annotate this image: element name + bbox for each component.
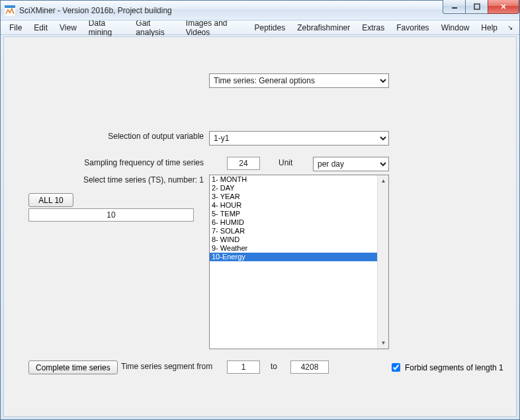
output-variable-label: Selection of output variable	[108, 132, 204, 141]
menu-overflow-icon[interactable]: ↘	[503, 22, 517, 32]
menu-zebrafishminer[interactable]: Zebrafishminer	[291, 22, 356, 34]
unit-label: Unit	[279, 158, 292, 167]
select-ts-label: Select time series (TS), number: 1	[83, 175, 204, 185]
segment-to-input[interactable]	[290, 360, 329, 374]
client-area: Time series: General options Selection o…	[3, 36, 517, 417]
sampling-frequency-input[interactable]	[227, 157, 260, 170]
listbox-scrollbar[interactable]: ▲ ▼	[377, 175, 388, 349]
scroll-up-icon[interactable]: ▲	[378, 175, 389, 187]
menu-bar: File Edit View Data mining Gait analysis…	[1, 21, 519, 35]
svg-rect-2	[452, 7, 457, 9]
maximize-icon	[473, 3, 481, 10]
menu-file[interactable]: File	[3, 22, 28, 34]
list-item[interactable]: 3- YEAR	[210, 192, 377, 201]
unit-select[interactable]: per day	[313, 157, 389, 171]
menu-view[interactable]: View	[54, 22, 83, 34]
scroll-down-icon[interactable]: ▼	[378, 337, 389, 349]
window-title: SciXMiner - Version 2016b, Project build…	[19, 6, 172, 15]
minimize-icon	[451, 3, 458, 10]
list-item[interactable]: 9- Weather	[210, 244, 377, 253]
output-variable-select[interactable]: 1-y1	[209, 131, 389, 146]
segment-from-input[interactable]	[227, 360, 260, 374]
menu-peptides[interactable]: Peptides	[249, 22, 292, 34]
list-item[interactable]: 4- HOUR	[210, 201, 377, 210]
svg-rect-1	[5, 5, 15, 8]
list-item[interactable]: 7- SOLAR	[210, 227, 377, 235]
segment-from-label: Time series segment from	[121, 362, 212, 371]
list-item[interactable]: 10-Energy	[210, 253, 377, 261]
menu-help[interactable]: Help	[475, 22, 503, 34]
list-item[interactable]: 6- HUMID	[210, 218, 377, 227]
ts-count-input[interactable]	[28, 208, 194, 222]
list-item[interactable]: 1- MONTH	[210, 175, 377, 184]
complete-time-series-button[interactable]: Complete time series	[28, 360, 118, 374]
time-series-listbox[interactable]: 1- MONTH2- DAY3- YEAR4- HOUR5- TEMP6- HU…	[209, 175, 389, 349]
general-options-select[interactable]: Time series: General options	[209, 73, 389, 88]
menu-window[interactable]: Window	[435, 22, 476, 34]
forbid-segments-checkbox[interactable]	[392, 363, 400, 372]
forbid-segments-checkbox-wrap[interactable]: Forbid segments of length 1	[389, 361, 503, 374]
segment-to-label: to	[271, 362, 277, 371]
title-bar: SciXMiner - Version 2016b, Project build…	[1, 1, 519, 21]
svg-rect-3	[474, 4, 480, 9]
forbid-segments-label: Forbid segments of length 1	[405, 363, 503, 372]
window-controls	[443, 0, 519, 14]
app-window: SciXMiner - Version 2016b, Project build…	[0, 0, 520, 420]
menu-favorites[interactable]: Favorites	[390, 22, 435, 34]
menu-edit[interactable]: Edit	[28, 22, 54, 34]
list-item[interactable]: 2- DAY	[210, 184, 377, 192]
minimize-button[interactable]	[443, 0, 466, 14]
list-item[interactable]: 8- WIND	[210, 235, 377, 244]
list-item[interactable]: 5- TEMP	[210, 210, 377, 218]
maximize-button[interactable]	[465, 0, 488, 14]
close-icon	[499, 3, 507, 10]
sampling-frequency-label: Sampling frequency of time series	[84, 158, 204, 167]
close-button[interactable]	[488, 0, 519, 14]
app-icon	[5, 5, 15, 16]
all-ts-button[interactable]: ALL 10	[28, 193, 73, 207]
menu-extras[interactable]: Extras	[356, 22, 390, 34]
